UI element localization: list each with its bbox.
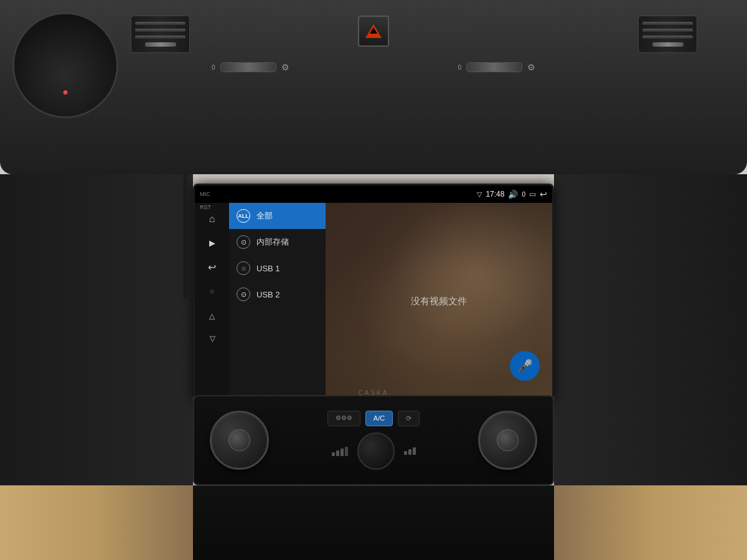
knob-inner-right xyxy=(497,429,519,451)
vent-slat xyxy=(135,29,186,32)
menu-internal-label: 内部存储 xyxy=(256,236,289,248)
fan-bar-3 xyxy=(341,449,344,456)
left-vent-knob-slider[interactable] xyxy=(220,62,276,72)
status-right: ▽ 17:48 🔊 0 ▭ ↩ xyxy=(477,189,547,199)
nav-back[interactable]: ↩ xyxy=(200,256,225,278)
status-left: MIC xyxy=(200,191,210,197)
climate-middle-controls: ⚙⚙⚙ A/C ⟳ xyxy=(327,411,420,470)
right-vent-group xyxy=(638,16,697,53)
menu-item-internal[interactable]: ⊙ 内部存储 xyxy=(229,229,326,255)
wifi-icon: ▽ xyxy=(477,190,482,198)
menu-panel: ALL 全部 ⊙ 内部存储 ☆ USB 1 ⊙ USB 2 xyxy=(229,203,326,399)
fan-speed-knob[interactable] xyxy=(357,432,395,470)
left-fan-icon: ⚙ xyxy=(281,62,289,72)
screen-bezel: MIC ▽ 17:48 🔊 0 ▭ ↩ RST ⌂ ▶ xyxy=(193,184,554,401)
temperature-left-knob[interactable] xyxy=(210,411,269,470)
climate-top-buttons: ⚙⚙⚙ A/C ⟳ xyxy=(327,411,420,426)
menu-item-all[interactable]: ALL 全部 xyxy=(229,203,326,229)
volume-icon: 🔊 xyxy=(508,190,518,199)
battery-label: 0 xyxy=(522,191,525,198)
back-icon[interactable]: ↩ xyxy=(540,189,547,199)
mic-icon: 🎤 xyxy=(517,358,533,373)
fan-bar-7 xyxy=(413,447,416,455)
vent-slat xyxy=(135,22,186,25)
nav-bookmark[interactable]: ☆ xyxy=(200,281,225,302)
bottom-strip xyxy=(181,485,566,560)
ac-button[interactable]: A/C xyxy=(365,411,393,426)
menu-item-usb2[interactable]: ⊙ USB 2 xyxy=(229,281,326,307)
right-fan-icon: ⚙ xyxy=(527,62,535,72)
window-icon: ▭ xyxy=(529,190,536,198)
home-icon: ⌂ xyxy=(209,213,215,225)
vent-knob[interactable] xyxy=(145,42,176,47)
vent-slat xyxy=(642,35,693,39)
mic-label: MIC xyxy=(200,191,210,197)
mic-button[interactable]: 🎤 xyxy=(510,351,540,381)
menu-item-usb1[interactable]: ☆ USB 1 xyxy=(229,255,326,281)
hazard-button[interactable] xyxy=(358,16,389,47)
top-dashboard: ● xyxy=(0,0,747,174)
fan-bar-1 xyxy=(332,452,335,456)
vent-slat xyxy=(135,35,186,39)
left-vent-group xyxy=(131,16,190,53)
instrument-cluster: ● xyxy=(12,12,118,118)
left-knob-value-label: 0 xyxy=(212,64,215,71)
menu-usb2-label: USB 2 xyxy=(256,290,280,299)
fan-indicator xyxy=(332,447,348,456)
video-icon: ▶ xyxy=(209,238,215,248)
right-floor-panel xyxy=(554,485,747,560)
infotainment-screen: MIC ▽ 17:48 🔊 0 ▭ ↩ RST ⌂ ▶ xyxy=(195,185,552,399)
car-dashboard-scene: ● xyxy=(0,0,747,560)
fan-indicator-right xyxy=(404,447,416,455)
back-nav-icon: ↩ xyxy=(208,261,216,273)
nav-video[interactable]: ▶ xyxy=(200,232,225,254)
vent-knob[interactable] xyxy=(652,42,684,47)
time-display: 17:48 xyxy=(486,190,504,198)
usb2-icon: ⊙ xyxy=(237,287,250,301)
bookmark-icon: ☆ xyxy=(209,288,215,295)
climate-controls-panel: ⚙⚙⚙ A/C ⟳ xyxy=(193,395,554,485)
volume-down-icon: △ xyxy=(209,336,215,345)
left-floor-panel xyxy=(0,485,193,560)
vent-slat xyxy=(642,22,693,25)
usb1-icon: ☆ xyxy=(237,261,250,275)
fan-bar-5 xyxy=(404,451,407,455)
rst-label: RST xyxy=(200,204,211,210)
all-icon: ALL xyxy=(237,209,250,223)
fan-heat-button[interactable]: ⚙⚙⚙ xyxy=(327,411,360,426)
nav-volume-down[interactable]: △ xyxy=(200,329,225,351)
vent-slat xyxy=(642,29,693,32)
temperature-right-knob[interactable] xyxy=(478,411,537,470)
internal-storage-icon: ⊙ xyxy=(237,235,250,249)
fan-bar-2 xyxy=(336,450,339,456)
fan-bar-6 xyxy=(408,449,411,455)
hazard-triangle-icon xyxy=(365,24,382,38)
nav-volume-up[interactable]: △ xyxy=(200,305,225,327)
right-vent-knob-slider[interactable] xyxy=(466,62,522,72)
menu-all-label: 全部 xyxy=(256,210,273,222)
volume-up-icon: △ xyxy=(209,312,215,320)
content-area: 没有视频文件 🎤 xyxy=(326,203,552,399)
nav-home[interactable]: ⌂ xyxy=(200,208,225,230)
recirc-button[interactable]: ⟳ xyxy=(398,411,420,426)
fan-bar-4 xyxy=(345,447,348,456)
fan-speed-row xyxy=(332,432,416,470)
right-knob-value-label: 0 xyxy=(458,64,461,71)
vent-knob-row: 0 ⚙ 0 ⚙ xyxy=(199,62,548,72)
knob-inner-left xyxy=(228,429,250,451)
status-bar: MIC ▽ 17:48 🔊 0 ▭ ↩ xyxy=(195,185,552,203)
no-content-message: 没有视频文件 xyxy=(411,296,467,307)
menu-usb1-label: USB 1 xyxy=(256,264,280,273)
seatbelt-anchor xyxy=(184,174,193,299)
nav-sidebar: ⌂ ▶ ↩ ☆ △ △ xyxy=(195,203,229,399)
